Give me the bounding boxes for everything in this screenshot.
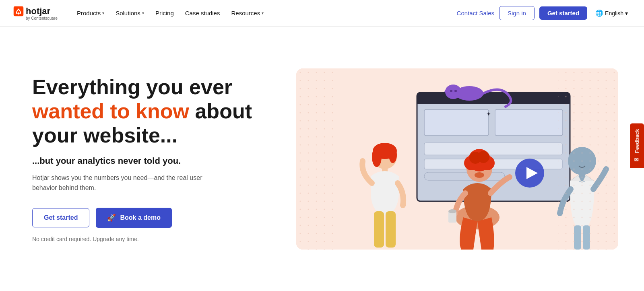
nav-case-studies[interactable]: Case studies xyxy=(180,6,225,20)
sign-in-button[interactable]: Sign in xyxy=(499,6,535,20)
svg-point-37 xyxy=(475,172,484,178)
svg-point-23 xyxy=(372,147,382,167)
nav-products[interactable]: Products ▾ xyxy=(72,6,109,20)
chevron-down-icon: ▾ xyxy=(142,11,144,15)
nav-right-actions: Contact Sales Sign in Get started 🌐 Engl… xyxy=(457,6,631,20)
rocket-icon: 🚀 xyxy=(107,213,116,222)
globe-icon: 🌐 xyxy=(595,9,603,17)
hero-heading: Everything you ever wanted to know about… xyxy=(32,75,252,147)
hotjar-logo-icon xyxy=(13,6,24,17)
hero-subheading: ...but your analytics never told you. xyxy=(32,156,252,166)
hero-description: Hotjar shows you the numbers you need—an… xyxy=(32,173,209,193)
svg-point-36 xyxy=(448,209,456,213)
chevron-down-icon: ▾ xyxy=(262,11,264,15)
hero-svg: ✦ xyxy=(296,68,618,250)
hero-section: Everything you ever wanted to know about… xyxy=(0,27,644,291)
book-demo-button[interactable]: 🚀 Book a demo xyxy=(96,208,171,228)
hero-illustration: ✦ xyxy=(296,68,618,250)
svg-rect-27 xyxy=(386,211,396,248)
chevron-down-icon: ▾ xyxy=(625,10,628,17)
logo-text: hotjar xyxy=(26,6,50,17)
nav-resources[interactable]: Resources ▾ xyxy=(226,6,268,20)
svg-rect-0 xyxy=(14,6,24,17)
svg-rect-7 xyxy=(495,109,563,136)
language-selector[interactable]: 🌐 English ▾ xyxy=(592,7,631,19)
nav-links: Products ▾ Solutions ▾ Pricing Case stud… xyxy=(72,6,457,20)
svg-rect-5 xyxy=(417,98,570,104)
navbar: hotjar by Contentsquare Products ▾ Solut… xyxy=(0,0,644,27)
contact-sales-link[interactable]: Contact Sales xyxy=(457,10,494,17)
svg-rect-6 xyxy=(424,109,489,136)
nav-solutions[interactable]: Solutions ▾ xyxy=(111,6,149,20)
feedback-icon: ✉ xyxy=(634,156,640,162)
logo-link[interactable]: hotjar by Contentsquare xyxy=(13,6,58,21)
nav-pricing[interactable]: Pricing xyxy=(151,6,179,20)
hero-content: Everything you ever wanted to know about… xyxy=(32,75,252,242)
svg-text:✦: ✦ xyxy=(486,111,491,117)
feedback-tab[interactable]: ✉ Feedback xyxy=(630,123,644,168)
svg-point-18 xyxy=(450,90,452,92)
svg-rect-26 xyxy=(374,211,384,248)
logo-sub: by Contentsquare xyxy=(26,16,58,21)
get-started-hero-button[interactable]: Get started xyxy=(32,208,89,227)
svg-rect-11 xyxy=(424,172,505,180)
svg-point-1 xyxy=(17,12,19,14)
svg-rect-45 xyxy=(558,68,618,250)
get-started-nav-button[interactable]: Get started xyxy=(539,6,587,20)
chevron-down-icon: ▾ xyxy=(102,11,104,15)
svg-rect-9 xyxy=(424,143,562,155)
hero-illustration-area: ✦ xyxy=(276,68,618,250)
hero-cta-row: Get started 🚀 Book a demo xyxy=(32,208,252,228)
svg-rect-46 xyxy=(296,68,336,250)
svg-point-34 xyxy=(477,151,489,163)
svg-point-19 xyxy=(454,90,457,92)
svg-point-24 xyxy=(389,147,397,163)
hero-disclaimer: No credit card required. Upgrade any tim… xyxy=(32,236,252,242)
